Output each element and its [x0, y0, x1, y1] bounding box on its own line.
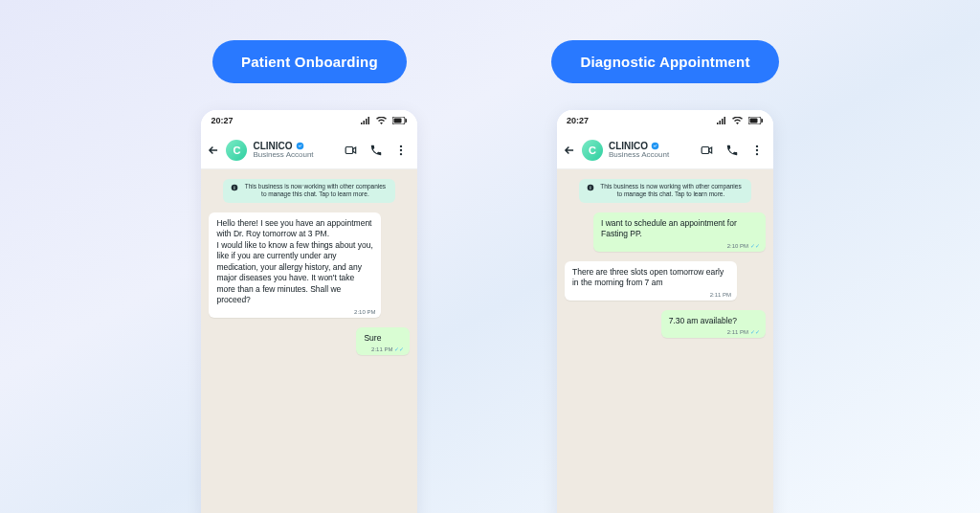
- pill-onboarding: Patient Onboarding: [212, 40, 407, 83]
- chat-header: C CLINICO Business Account: [557, 131, 773, 169]
- read-ticks-icon: ✓✓: [394, 346, 404, 353]
- avatar[interactable]: C: [226, 140, 247, 161]
- message-text: There are three slots open tomorrow earl…: [572, 267, 724, 287]
- svg-rect-14: [702, 146, 709, 153]
- business-notice[interactable]: i This business is now working with othe…: [223, 179, 395, 203]
- verified-icon: [296, 142, 304, 150]
- chat-body-diagnostic: i This business is now working with othe…: [557, 169, 773, 513]
- svg-text:i: i: [590, 186, 590, 190]
- svg-rect-1: [394, 119, 402, 123]
- contact-subtitle: Business Account: [253, 151, 339, 160]
- status-icons: [717, 117, 764, 124]
- panel-diagnostic: Diagnostic Appointment 20:27 C CLINICO: [551, 40, 778, 513]
- voice-call-icon[interactable]: [725, 144, 739, 157]
- back-icon[interactable]: [563, 144, 576, 157]
- panels-row: Patient Onboarding 20:27 C CLINICO: [0, 0, 980, 513]
- svg-point-6: [400, 148, 402, 150]
- voice-call-icon[interactable]: [369, 144, 383, 157]
- message-outgoing[interactable]: Sure 2:11 PM✓✓: [356, 327, 410, 355]
- battery-icon: [748, 117, 764, 124]
- status-time: 20:27: [211, 116, 233, 125]
- read-ticks-icon: ✓✓: [750, 242, 760, 250]
- status-time: 20:27: [567, 116, 589, 125]
- chat-header: C CLINICO Business Account: [201, 131, 417, 169]
- info-icon: i: [231, 184, 238, 191]
- phone-diagnostic: 20:27 C CLINICO Business Account: [557, 110, 773, 513]
- svg-rect-2: [406, 119, 408, 123]
- more-icon[interactable]: [394, 144, 408, 157]
- message-text: I want to schedule an appointment for Fa…: [601, 218, 737, 238]
- message-time: 2:10 PM: [354, 308, 375, 316]
- message-outgoing[interactable]: I want to schedule an appointment for Fa…: [593, 212, 766, 252]
- message-time: 2:11 PM: [710, 291, 731, 299]
- signal-icon: [361, 117, 370, 124]
- svg-rect-4: [346, 146, 354, 153]
- contact-subtitle: Business Account: [609, 151, 695, 160]
- contact-name: CLINICO: [609, 141, 648, 151]
- header-text[interactable]: CLINICO Business Account: [253, 141, 339, 160]
- battery-icon: [392, 117, 408, 124]
- message-incoming[interactable]: Hello there! I see you have an appointme…: [209, 212, 381, 318]
- info-icon: i: [587, 184, 594, 191]
- video-call-icon[interactable]: [701, 144, 714, 157]
- verified-icon: [651, 142, 659, 150]
- message-incoming[interactable]: There are three slots open tomorrow earl…: [565, 261, 737, 301]
- message-text: Sure: [364, 333, 381, 343]
- message-time: 2:11 PM✓✓: [371, 346, 404, 353]
- avatar[interactable]: C: [582, 140, 603, 161]
- message-outgoing[interactable]: 7.30 am available? 2:11 PM✓✓: [661, 310, 766, 338]
- status-bar: 20:27: [557, 110, 773, 131]
- svg-point-16: [756, 148, 758, 150]
- status-icons: [361, 117, 408, 124]
- svg-point-7: [400, 152, 402, 154]
- back-icon[interactable]: [207, 144, 220, 157]
- status-bar: 20:27: [201, 110, 417, 131]
- svg-point-17: [756, 152, 758, 154]
- svg-rect-11: [749, 119, 757, 123]
- svg-point-15: [756, 145, 758, 146]
- business-notice[interactable]: i This business is now working with othe…: [579, 179, 751, 203]
- svg-text:i: i: [234, 186, 235, 190]
- chat-body-onboarding: i This business is now working with othe…: [201, 169, 417, 513]
- signal-icon: [717, 117, 726, 124]
- contact-name: CLINICO: [253, 141, 292, 151]
- message-text: Hello there! I see you have an appointme…: [216, 218, 372, 304]
- wifi-icon: [732, 117, 743, 124]
- panel-onboarding: Patient Onboarding 20:27 C CLINICO: [201, 40, 417, 513]
- wifi-icon: [376, 117, 387, 124]
- header-text[interactable]: CLINICO Business Account: [609, 141, 695, 160]
- phone-onboarding: 20:27 C CLINICO Business Account: [201, 110, 417, 513]
- more-icon[interactable]: [750, 144, 764, 157]
- read-ticks-icon: ✓✓: [750, 328, 760, 336]
- pill-diagnostic: Diagnostic Appointment: [551, 40, 778, 83]
- svg-rect-12: [761, 119, 763, 123]
- svg-point-5: [400, 145, 402, 146]
- video-call-icon[interactable]: [345, 144, 358, 157]
- message-time: 2:10 PM✓✓: [727, 242, 760, 250]
- message-text: 7.30 am available?: [669, 316, 737, 325]
- message-time: 2:11 PM✓✓: [727, 328, 760, 336]
